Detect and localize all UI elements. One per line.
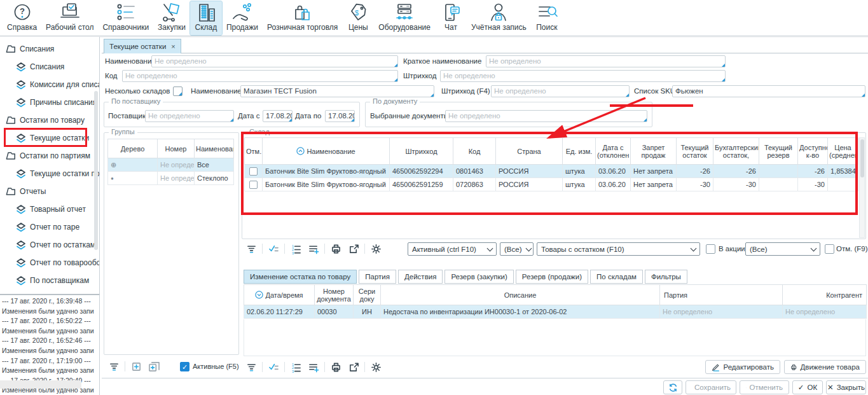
close-button[interactable]: ✕ Закрыть [826,380,866,394]
tab-reserve-purchase[interactable]: Резерв (закупки) [444,270,513,284]
add-list-icon[interactable] [307,242,320,255]
wh-col-name[interactable]: Наименование [263,138,390,165]
sidebar-scrollbar[interactable] [94,91,98,250]
wh-col-saleban[interactable]: Запрет продаж [631,138,677,165]
warehouse-row[interactable]: Батончик Bite Slim Фруктово-ягодный 4650… [245,178,858,191]
tree-folder-otchety[interactable]: Отчеты [0,183,99,200]
tab-reserve-sales[interactable]: Резерв (продажи) [516,270,588,284]
add-list-icon[interactable] [307,361,320,373]
row-checkbox[interactable] [249,181,258,189]
filter-icon[interactable] [244,242,258,255]
tree-item-komissii[interactable]: Комиссии для списа [0,76,99,94]
wh-col-country[interactable]: Страна [496,138,563,165]
cancel-button[interactable]: Отменить [740,380,789,394]
check-list-icon[interactable] [266,242,280,255]
tree-item-tovarny-otchet[interactable]: Товарный отчет [0,200,99,218]
group-filter-dropdown[interactable]: (Все) [500,242,534,256]
tree-item-tekushchie-ostatki[interactable]: Текущие остатки [0,129,99,147]
multi-warehouse-checkbox[interactable] [173,87,183,96]
export-icon[interactable] [347,242,361,255]
toolbar-item-search[interactable]: Поиск [531,1,563,35]
name-input[interactable]: Не определено [151,55,398,67]
hist-col-batch[interactable]: Партия [660,285,783,305]
save-button[interactable]: Сохранить [685,380,736,394]
date-to-input[interactable]: 17.08.20 [325,110,355,122]
active-groups-checkbox[interactable] [180,362,189,371]
numbered-list-icon[interactable]: 123 [289,361,303,373]
tree-item-otchet-ostatki[interactable]: Отчет по остаткам [0,236,99,254]
wh-col-accounting[interactable]: Бухгалтерский остаток, [713,138,759,165]
sku-list-input[interactable]: Фьюжен [672,85,865,97]
numbered-list-icon[interactable]: 123 [289,242,303,255]
tree-folder-spisaniya[interactable]: Списания [0,40,99,58]
print-icon[interactable] [329,242,343,255]
toolbar-item-retail[interactable]: Розничная торговля [263,1,342,35]
date-from-input[interactable]: 17.08.20 [263,110,293,122]
refresh-button[interactable] [663,380,682,394]
code-input[interactable]: Не определено [122,70,398,82]
short-name-input[interactable]: Не определено [486,55,726,67]
wh-col-code[interactable]: Код [453,138,496,165]
tab-filters[interactable]: Фильтры [645,270,687,284]
tree-item-po-postavshchikam[interactable]: По поставщикам [0,272,99,289]
log-scrollbar[interactable] [0,380,81,389]
toolbar-item-chat[interactable]: Чат [435,1,467,35]
toolbar-item-sales[interactable]: Продажи [222,1,263,35]
wh-col-reserve[interactable]: Текущий резерв [759,138,798,165]
edit-button[interactable]: Редактировать [705,360,780,374]
warehouse-scrollbar[interactable] [859,137,865,238]
history-row[interactable]: 02.06.20 11:27:29 00030 ИН Недостача по … [244,305,867,319]
toolbar-item-purchasing[interactable]: Закупки [153,1,190,35]
hist-col-description[interactable]: Описание [381,285,660,305]
filter-icon[interactable] [244,361,258,373]
goods-movement-button[interactable]: Движение товара [784,360,866,374]
toolbar-item-desktop[interactable]: Рабочий стол [41,1,98,35]
print-icon[interactable] [329,361,343,373]
add-group-icon[interactable] [129,360,143,373]
toolbar-item-warehouse[interactable]: Склад [190,1,222,35]
supplier-input[interactable]: Не определено [145,110,234,122]
promo-checkbox[interactable] [706,244,715,254]
wh-col-available[interactable]: Доступно к-во [798,138,828,165]
hist-col-datetime[interactable]: Дата/время [244,285,315,305]
ok-button[interactable]: ✓ ОК [792,380,823,394]
wh-col-marked[interactable]: Отм. [245,138,263,165]
export-icon[interactable] [347,361,361,373]
settings-gear-icon[interactable] [369,361,383,373]
hist-col-docnumber[interactable]: Номер документа [315,285,354,305]
tree-expand-icon[interactable]: ⊕ [108,158,158,172]
barcode-f4-input[interactable]: Не определено [491,85,630,97]
wh-col-unit[interactable]: Ед. изм. [563,138,596,165]
tree-folder-ostatki-tovar[interactable]: Остатки по товару [0,111,99,129]
tree-item-otchet-tovarooborot[interactable]: Отчет по товарообо [0,254,99,272]
wh-col-current[interactable]: Текущий остаток [677,138,713,165]
marked-checkbox[interactable] [825,244,834,254]
filter-icon[interactable] [107,360,121,373]
hist-col-contractor[interactable]: Контрагент [783,285,867,305]
toolbar-item-prices[interactable]: $ Цены [342,1,374,35]
add-subgroup-icon[interactable] [147,360,161,373]
tree-node-icon[interactable]: ● [108,172,158,185]
wh-col-date[interactable]: Дата с (отклонен [596,138,631,165]
groups-row[interactable]: ● Не определено Стеклопо [108,172,234,185]
tab-by-warehouses[interactable]: По складам [590,270,643,284]
tree-folder-ostatki-partii[interactable]: Остатки по партиям [0,147,99,165]
tree-item-tekushchie-po[interactable]: Текущие остатки по [0,165,99,183]
toolbar-item-equipment[interactable]: Оборудование [374,1,435,35]
tree-item-prichiny[interactable]: Причины списания [0,94,99,111]
groups-row[interactable]: ⊕ Не определено Все [108,158,234,172]
warehouse-row[interactable]: Батончик Bite Slim Фруктово-ягодный 4650… [245,165,858,178]
row-checkbox[interactable] [249,167,258,176]
stock-filter-dropdown[interactable]: Товары с остатком (F10) [537,242,700,256]
status-dropdown[interactable]: Активный (ctrl F10) [408,242,497,256]
promo-dropdown[interactable]: (Все) [745,242,820,256]
groups-col-name[interactable]: Наименование [195,139,234,158]
tab-stock-change[interactable]: Изменение остатка по товару [244,270,357,284]
wh-col-price[interactable]: Цена (среднев [828,138,858,165]
groups-col-number[interactable]: Номер [158,139,195,158]
tree-item-otchet-tara[interactable]: Отчет по таре [0,218,99,236]
toolbar-item-help[interactable]: ? Справка [3,1,41,35]
wh-col-barcode[interactable]: Штрихкод [390,138,453,165]
hist-col-docseries[interactable]: Сери доку [354,285,381,305]
toolbar-item-account[interactable]: Учётная запись [467,1,531,35]
